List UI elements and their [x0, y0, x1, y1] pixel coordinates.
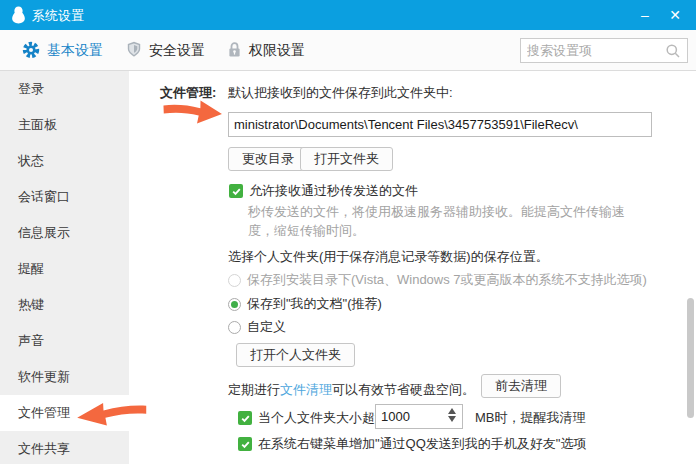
- personal-folder-heading: 选择个人文件夹(用于保存消息记录等数据)的保存位置。: [228, 248, 549, 266]
- radio-label: 保存到"我的文档"(推荐): [247, 295, 382, 313]
- radio-label: 保存到安装目录下(Vista、Windows 7或更高版本的系统不支持此选项): [247, 271, 647, 289]
- gear-icon: [22, 41, 40, 62]
- shield-icon: [126, 41, 142, 61]
- radio-install-dir: [228, 274, 241, 287]
- section-label: 文件管理:: [160, 84, 216, 102]
- radio-label: 自定义: [247, 318, 286, 336]
- check-icon: [240, 439, 251, 450]
- vertical-scrollbar[interactable]: [687, 298, 694, 418]
- sidebar-item-chat-window[interactable]: 会话窗口: [0, 179, 129, 215]
- title-bar: 系统设置 – ✕: [0, 0, 696, 30]
- check-icon: [231, 186, 242, 197]
- quick-transfer-desc-1: 秒传发送的文件，将使用极速服务器辅助接收。能提高文件传输速: [248, 203, 625, 221]
- search-input[interactable]: [527, 40, 657, 61]
- radio-my-documents[interactable]: [228, 298, 241, 311]
- quick-transfer-label: 允许接收通过秒传发送的文件: [249, 182, 418, 200]
- quick-transfer-row: 允许接收通过秒传发送的文件: [229, 182, 418, 200]
- context-menu-row: 在系统右键菜单增加"通过QQ发送到我的手机及好友"选项: [238, 435, 586, 453]
- radio-row-my-documents: 保存到"我的文档"(推荐): [228, 295, 382, 313]
- open-folder-button[interactable]: 打开文件夹: [300, 147, 393, 171]
- default-folder-text: 默认把接收到的文件保存到此文件夹中:: [228, 84, 453, 102]
- sidebar-item-status[interactable]: 状态: [0, 143, 129, 179]
- sidebar-item-software-update[interactable]: 软件更新: [0, 359, 129, 395]
- window-title: 系统设置: [32, 7, 84, 25]
- sidebar-item-reminder[interactable]: 提醒: [0, 251, 129, 287]
- tab-permission-settings[interactable]: 权限设置: [227, 40, 305, 62]
- radio-custom[interactable]: [228, 321, 241, 334]
- tab-label: 权限设置: [249, 42, 305, 60]
- check-icon: [240, 413, 251, 424]
- radio-row-custom: 自定义: [228, 318, 286, 336]
- file-management-panel: 文件管理: 默认把接收到的文件保存到此文件夹中: 更改目录 打开文件夹 允许接收…: [129, 71, 696, 464]
- cleanup-suffix: 可以有效节省硬盘空间。: [332, 382, 475, 397]
- size-threshold-spinner: [375, 404, 463, 429]
- receive-path-input[interactable]: [228, 112, 652, 137]
- close-button[interactable]: ✕: [662, 4, 688, 26]
- sidebar-item-file-management[interactable]: 文件管理: [0, 395, 129, 431]
- sidebar-item-info-display[interactable]: 信息展示: [0, 215, 129, 251]
- radio-row-install-dir: 保存到安装目录下(Vista、Windows 7或更高版本的系统不支持此选项): [228, 271, 647, 289]
- tab-basic-settings[interactable]: 基本设置: [22, 40, 103, 62]
- go-cleanup-button[interactable]: 前去清理: [481, 374, 561, 398]
- quick-transfer-checkbox[interactable]: [229, 184, 243, 198]
- change-directory-button[interactable]: 更改目录: [228, 147, 308, 171]
- search-icon[interactable]: [665, 43, 681, 62]
- minimize-button[interactable]: –: [632, 4, 658, 26]
- sidebar-item-main-panel[interactable]: 主面板: [0, 107, 129, 143]
- context-menu-label: 在系统右键菜单增加"通过QQ发送到我的手机及好友"选项: [258, 435, 586, 453]
- sidebar: 登录 主面板 状态 会话窗口 信息展示 提醒 热键 声音 软件更新 文件管理 文…: [0, 71, 129, 464]
- tab-security-settings[interactable]: 安全设置: [126, 40, 205, 62]
- file-cleanup-link[interactable]: 文件清理: [280, 382, 332, 397]
- cleanup-text: 定期进行文件清理可以有效节省硬盘空间。: [228, 381, 475, 399]
- quick-transfer-desc-2: 度，缩短传输时间。: [248, 222, 365, 240]
- settings-search: [520, 38, 688, 63]
- size-alert-row: 当个人文件夹大小超过: [238, 409, 388, 427]
- size-threshold-input[interactable]: [381, 406, 435, 427]
- spinner-arrows-icon[interactable]: [448, 408, 456, 422]
- tab-label: 基本设置: [47, 42, 103, 60]
- sidebar-item-hotkey[interactable]: 热键: [0, 287, 129, 323]
- tab-label: 安全设置: [149, 42, 205, 60]
- sidebar-item-sound[interactable]: 声音: [0, 323, 129, 359]
- settings-window: 系统设置 – ✕ 基本设置 安全设置: [0, 0, 696, 464]
- open-personal-folder-button[interactable]: 打开个人文件夹: [236, 343, 355, 367]
- sidebar-item-file-sharing[interactable]: 文件共享: [0, 431, 129, 464]
- sidebar-item-login[interactable]: 登录: [0, 71, 129, 107]
- size-alert-checkbox[interactable]: [238, 411, 252, 425]
- cleanup-prefix: 定期进行: [228, 382, 280, 397]
- size-alert-before: 当个人文件夹大小超过: [258, 409, 388, 427]
- qq-penguin-icon: [10, 6, 27, 27]
- lock-icon: [227, 41, 242, 61]
- context-menu-checkbox[interactable]: [238, 437, 252, 451]
- tab-bar: 基本设置 安全设置 权限设置: [0, 30, 696, 71]
- size-alert-after: MB时，提醒我清理: [475, 409, 586, 427]
